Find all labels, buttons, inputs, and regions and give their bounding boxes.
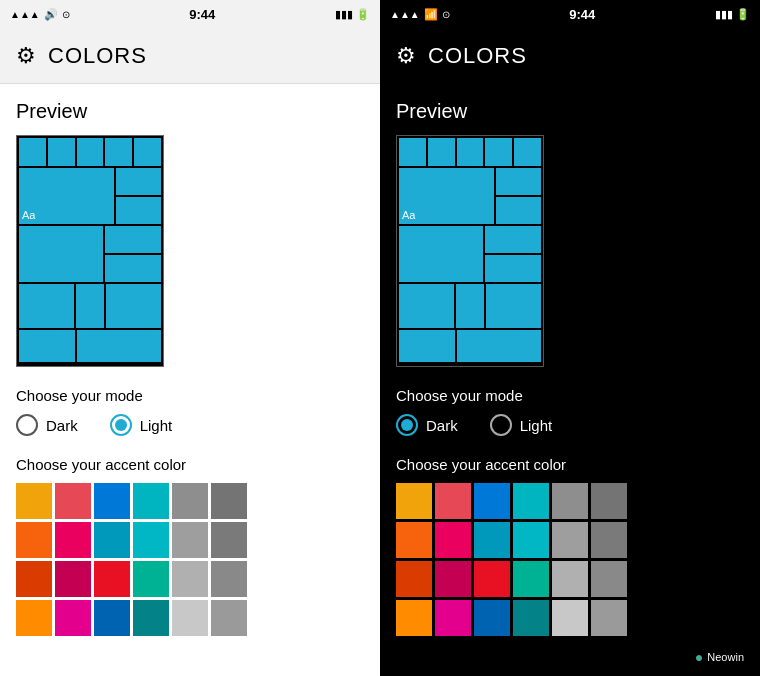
color-swatch-left-22[interactable] <box>172 600 208 636</box>
right-status-icons-right: ▮▮▮ 🔋 <box>715 8 750 21</box>
time-left: 9:44 <box>189 7 215 22</box>
color-swatch-right-9[interactable] <box>513 522 549 558</box>
tile-r <box>457 138 484 166</box>
color-swatch-right-2[interactable] <box>474 483 510 519</box>
color-swatch-left-20[interactable] <box>94 600 130 636</box>
color-swatch-left-16[interactable] <box>172 561 208 597</box>
color-swatch-left-2[interactable] <box>94 483 130 519</box>
tile-r <box>485 255 541 282</box>
content-right: Preview Aa <box>380 84 760 676</box>
tile <box>77 138 104 166</box>
mode-label-right: Choose your mode <box>396 387 744 404</box>
signal-icon-right: ▲▲▲ <box>390 9 420 20</box>
color-swatch-right-16[interactable] <box>552 561 588 597</box>
tile <box>76 284 104 328</box>
color-swatch-left-5[interactable] <box>211 483 247 519</box>
color-swatch-right-7[interactable] <box>435 522 471 558</box>
color-swatch-right-13[interactable] <box>435 561 471 597</box>
tile <box>116 197 161 224</box>
dark-radio-circle-right[interactable] <box>396 414 418 436</box>
color-swatch-left-12[interactable] <box>16 561 52 597</box>
color-swatch-left-11[interactable] <box>211 522 247 558</box>
color-swatch-left-3[interactable] <box>133 483 169 519</box>
color-swatch-right-21[interactable] <box>513 600 549 636</box>
color-swatch-right-4[interactable] <box>552 483 588 519</box>
dark-option-right[interactable]: Dark <box>396 414 458 436</box>
tile-aa: Aa <box>19 168 114 224</box>
color-grid-right <box>396 483 744 636</box>
color-swatch-right-22[interactable] <box>552 600 588 636</box>
light-option-left[interactable]: Light <box>110 414 173 436</box>
color-swatch-left-14[interactable] <box>94 561 130 597</box>
neowin-logo: ● <box>695 649 703 665</box>
color-swatch-right-0[interactable] <box>396 483 432 519</box>
tile-aa-r: Aa <box>399 168 494 224</box>
color-swatch-right-20[interactable] <box>474 600 510 636</box>
tile-r <box>428 138 455 166</box>
tile <box>106 284 161 328</box>
color-swatch-left-21[interactable] <box>133 600 169 636</box>
color-swatch-left-7[interactable] <box>55 522 91 558</box>
color-swatch-right-23[interactable] <box>591 600 627 636</box>
color-swatch-left-1[interactable] <box>55 483 91 519</box>
header-left: ⚙ COLORS <box>0 28 380 84</box>
color-swatch-right-5[interactable] <box>591 483 627 519</box>
color-swatch-left-13[interactable] <box>55 561 91 597</box>
mode-label-left: Choose your mode <box>16 387 364 404</box>
tile <box>19 284 74 328</box>
color-swatch-left-9[interactable] <box>133 522 169 558</box>
right-status-icons-left: ▮▮▮ 🔋 <box>335 8 370 21</box>
location-icon: ⊙ <box>62 9 70 20</box>
accent-label-right: Choose your accent color <box>396 456 744 473</box>
color-swatch-right-12[interactable] <box>396 561 432 597</box>
tile <box>134 138 161 166</box>
color-swatch-left-8[interactable] <box>94 522 130 558</box>
wifi-icon-right: 📶 <box>424 8 438 21</box>
color-swatch-left-6[interactable] <box>16 522 52 558</box>
battery-icon-right: ▮▮▮ 🔋 <box>715 8 750 21</box>
tile <box>19 138 46 166</box>
light-radio-circle-right[interactable] <box>490 414 512 436</box>
light-option-right[interactable]: Light <box>490 414 553 436</box>
color-swatch-left-18[interactable] <box>16 600 52 636</box>
tile <box>105 226 161 253</box>
color-swatch-right-15[interactable] <box>513 561 549 597</box>
color-swatch-right-10[interactable] <box>552 522 588 558</box>
tile-r <box>456 284 484 328</box>
mode-row-left: Dark Light <box>16 414 364 436</box>
color-swatch-left-19[interactable] <box>55 600 91 636</box>
header-title-right: COLORS <box>428 43 527 69</box>
color-swatch-right-19[interactable] <box>435 600 471 636</box>
color-swatch-right-3[interactable] <box>513 483 549 519</box>
light-radio-label-left: Light <box>140 417 173 434</box>
tile-preview-right: Aa <box>396 135 544 367</box>
color-swatch-left-23[interactable] <box>211 600 247 636</box>
light-radio-dot-left <box>115 419 127 431</box>
dark-option-left[interactable]: Dark <box>16 414 78 436</box>
content-left: Preview Aa <box>0 84 380 676</box>
settings-icon-left: ⚙ <box>16 43 36 69</box>
color-swatch-left-0[interactable] <box>16 483 52 519</box>
dark-radio-circle-left[interactable] <box>16 414 38 436</box>
color-swatch-right-8[interactable] <box>474 522 510 558</box>
tile-r <box>399 284 454 328</box>
color-swatch-right-17[interactable] <box>591 561 627 597</box>
color-swatch-right-14[interactable] <box>474 561 510 597</box>
color-swatch-right-1[interactable] <box>435 483 471 519</box>
color-grid-left <box>16 483 364 636</box>
color-swatch-right-11[interactable] <box>591 522 627 558</box>
color-swatch-left-15[interactable] <box>133 561 169 597</box>
left-status-icons: ▲▲▲ 🔊 ⊙ <box>10 8 70 21</box>
light-radio-circle-left[interactable] <box>110 414 132 436</box>
tile-r <box>514 138 541 166</box>
neowin-text: Neowin <box>707 651 744 663</box>
color-swatch-left-17[interactable] <box>211 561 247 597</box>
color-swatch-right-18[interactable] <box>396 600 432 636</box>
tile-r <box>399 226 483 282</box>
color-swatch-left-4[interactable] <box>172 483 208 519</box>
color-swatch-left-10[interactable] <box>172 522 208 558</box>
signal-icon: ▲▲▲ <box>10 9 40 20</box>
tile <box>116 168 161 195</box>
color-swatch-right-6[interactable] <box>396 522 432 558</box>
right-status-icons-left2: ▲▲▲ 📶 ⊙ <box>390 8 450 21</box>
